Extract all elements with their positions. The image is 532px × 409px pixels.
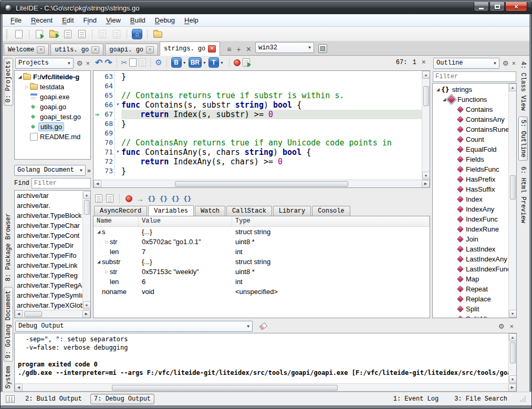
menu-item-find[interactable]: Find	[79, 15, 101, 26]
doc-edit-button[interactable]	[110, 28, 123, 40]
open-folder-button[interactable]	[47, 28, 60, 40]
scroll-up-icon[interactable]: ▲	[83, 191, 91, 199]
menu-item-recent[interactable]: Recent	[26, 15, 57, 26]
list-item-archive-tar[interactable]: archive/tar.	[15, 201, 82, 211]
step-over-icon[interactable]: {}	[160, 195, 168, 203]
expander-icon[interactable]: ◢	[96, 259, 102, 264]
tab-close-icon[interactable]: ×	[37, 46, 45, 54]
outline-item-splitafter[interactable]: SplitAfter	[433, 314, 508, 318]
expander-icon[interactable]: ▷	[103, 239, 110, 244]
scroll-up-icon[interactable]: ▲	[509, 83, 517, 91]
menu-item-edit[interactable]: Edit	[57, 15, 78, 26]
status-item-2-build-output[interactable]: 2: Build Output	[22, 394, 85, 404]
output-hscrollbar[interactable]: ◀ ▶	[15, 383, 516, 391]
outline-item-hasprefix[interactable]: HasPrefix	[433, 174, 508, 184]
outline-item-repeat[interactable]: Repeat	[433, 284, 508, 294]
more-chevron-icon[interactable]: »	[87, 166, 91, 174]
gear-icon[interactable]: ⚙	[77, 59, 83, 67]
scroll-down-icon[interactable]: ▼	[509, 310, 517, 318]
expander-icon[interactable]: ◢	[435, 87, 441, 92]
outline-root[interactable]: ◢{}strings	[433, 85, 508, 95]
close-tab-icon[interactable]: ×	[246, 46, 251, 53]
chevron-down-icon[interactable]: ▼	[183, 61, 186, 65]
tab-strings-go[interactable]: strings. go×	[160, 41, 220, 56]
close-panel-icon[interactable]: ×	[86, 59, 90, 67]
outline-item-count[interactable]: Count	[433, 134, 508, 144]
build-button-b[interactable]: B▼	[171, 57, 187, 68]
rail-item-file-system[interactable]: File System	[4, 363, 13, 392]
step-into-icon[interactable]: {}	[148, 195, 156, 203]
build-button-t[interactable]: T▼	[208, 57, 225, 68]
outline-item-indexany[interactable]: IndexAny	[433, 204, 508, 214]
column-header-name[interactable]: Name	[93, 216, 139, 226]
fold-marker-icon[interactable]: ◤	[115, 100, 121, 110]
list-item-archive-tar-typefifo[interactable]: archive/tar.TypeFifo	[15, 251, 82, 261]
tab-close-icon[interactable]: ×	[146, 46, 154, 54]
tab-utils-go[interactable]: utils. go×	[50, 44, 103, 55]
scroll-up-icon[interactable]: ▲	[509, 333, 517, 341]
chevron-down-icon[interactable]: ▼	[203, 61, 206, 65]
outline-vscrollbar[interactable]: ▲ ▼	[508, 83, 516, 318]
table-row[interactable]: ◢substr{...}struct string	[93, 257, 430, 267]
rail-item-8-package-browser[interactable]: 8: Package Browser	[4, 211, 13, 284]
outline-item-containsany[interactable]: ContainsAny	[433, 114, 508, 124]
tab-console[interactable]: Console	[312, 206, 350, 216]
splitter[interactable]	[93, 188, 430, 192]
outline-item-hassuffix[interactable]: HasSuffix	[433, 184, 508, 194]
table-row[interactable]: ▷str0x57153c "weekly"uint8 *	[93, 267, 430, 277]
resize-grip[interactable]	[520, 396, 526, 402]
menu-item-view[interactable]: View	[101, 15, 126, 26]
tab-callstack[interactable]: CallStack	[226, 206, 272, 216]
menu-item-file[interactable]: File	[6, 15, 26, 26]
close-panel-icon[interactable]: ×	[509, 322, 514, 330]
build-button-br[interactable]: BR▼	[189, 57, 207, 68]
table-row[interactable]: len6int	[93, 277, 430, 287]
status-item-7-debug-output[interactable]: 7: Debug Output	[90, 394, 154, 404]
outline-item-containsrune[interactable]: ContainsRune	[433, 124, 508, 134]
outline-item-index[interactable]: Index	[433, 194, 508, 204]
save-button[interactable]	[61, 28, 74, 40]
close-editor-icon[interactable]: ×	[422, 58, 426, 67]
load-session-icon[interactable]	[95, 194, 102, 203]
fold-marker-icon[interactable]: ◤	[115, 148, 121, 157]
tab-list-icon[interactable]: ≡	[227, 46, 231, 53]
tab-asyncrecord[interactable]: AsyncRecord	[94, 206, 147, 216]
list-item-archive-tar[interactable]: archive/tar	[15, 191, 82, 201]
step-out-icon[interactable]: {}	[171, 195, 180, 203]
list-item-archive-tar-typechar[interactable]: archive/tar.TypeChar	[15, 221, 82, 231]
home-button[interactable]: ⌂	[131, 28, 143, 40]
column-header-type[interactable]: Type	[232, 216, 430, 226]
tab-welcome[interactable]: Welcome×	[4, 44, 49, 55]
target-options-button[interactable]	[318, 44, 327, 53]
scroll-left-icon[interactable]: ◀	[15, 384, 23, 392]
chevron-down-icon[interactable]: ▼	[220, 61, 224, 65]
status-item-3-file-search[interactable]: 3: File Search	[451, 394, 510, 404]
expander-icon[interactable]: ◢	[17, 75, 23, 79]
tree-item-readme-md[interactable]: README.md	[15, 132, 90, 142]
expander-icon[interactable]: ◢	[441, 97, 447, 102]
scroll-down-icon[interactable]: ▼	[422, 172, 430, 180]
outline-item-lastindexany[interactable]: LastIndexAny	[433, 254, 508, 264]
cut-icon[interactable]: ✂	[121, 58, 128, 67]
list-item-archive-tar-typexglobal[interactable]: archive/tar.TypeXGlobal	[15, 301, 82, 309]
open-file-button[interactable]	[33, 28, 46, 40]
scroll-left-icon[interactable]: ◀	[15, 310, 23, 318]
outline-item-map[interactable]: Map	[433, 274, 508, 284]
list-item-archive-tar-typelink[interactable]: archive/tar.TypeLink	[15, 261, 82, 271]
rail-item-6-html-preview[interactable]: 6: Html Preview	[519, 164, 527, 226]
rail-item-0-projects[interactable]: 0: Projects	[4, 58, 13, 106]
list-item-archive-tar-typeblock[interactable]: archive/tar.TypeBlock	[15, 211, 82, 221]
menu-item-build[interactable]: Build	[126, 15, 150, 26]
outline-group-functions[interactable]: ◢Functions	[433, 95, 508, 104]
list-item-archive-tar-typerega[interactable]: archive/tar.TypeRegA	[15, 281, 82, 291]
doc-new-button[interactable]	[96, 28, 109, 40]
doc-list-vscrollbar[interactable]: ▲ ▼	[82, 191, 90, 309]
export-icon[interactable]	[243, 58, 250, 67]
close-panel-icon[interactable]: ×	[512, 59, 516, 67]
list-item-archive-tar-typedir[interactable]: archive/tar.TypeDir	[15, 241, 82, 251]
outline-filter-input[interactable]	[433, 71, 516, 82]
list-item-archive-tar-typesymlink[interactable]: archive/tar.TypeSymlink	[15, 291, 82, 301]
menu-item-help[interactable]: Help	[180, 15, 203, 26]
scroll-right-icon[interactable]: ▶	[508, 384, 516, 392]
tree-item-goapi-go[interactable]: goapi.go	[15, 102, 90, 112]
